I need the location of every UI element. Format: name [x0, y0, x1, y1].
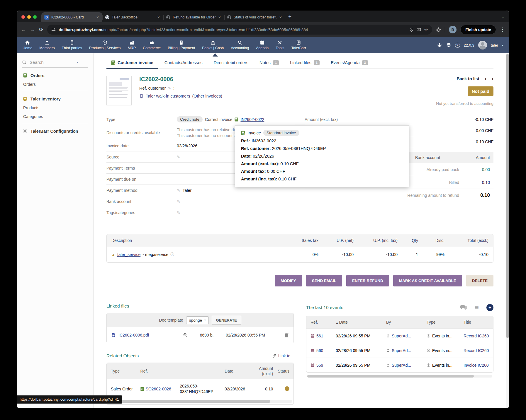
edit-pencil-icon[interactable]: ✎	[168, 86, 171, 91]
event-title-link[interactable]: Record IC2602-0006 modifie	[464, 348, 489, 353]
browser-tab[interactable]: Status of your order forrefund ×	[224, 12, 285, 22]
sidebar-search[interactable]: ▾	[22, 60, 88, 68]
tab-search-chevron-icon[interactable]: ⌄	[501, 15, 505, 19]
menu-billing-payment[interactable]: Billing | Payment	[168, 40, 195, 50]
event-title-link[interactable]: Invoice IC2602-0006 validate	[464, 363, 489, 368]
menu-mrp[interactable]: MRP	[128, 40, 136, 50]
thirdparty-link[interactable]: Taler walk-in customers	[146, 94, 190, 98]
mic-blocked-icon[interactable]	[409, 28, 414, 32]
new-tab-button[interactable]: +	[288, 13, 291, 20]
menu-third-parties[interactable]: Third parties	[62, 40, 82, 50]
events-date-sort[interactable]: ▲ Date	[336, 320, 386, 325]
extensions-puzzle-icon[interactable]	[436, 27, 441, 32]
list-view-icon[interactable]: ≡	[475, 303, 479, 312]
browser-menu-kebab-icon[interactable]: ⋮	[500, 26, 505, 33]
sidebar-item-products[interactable]: Products	[23, 105, 87, 110]
sales-order-link[interactable]: SO2602-0026	[146, 387, 171, 391]
forward-icon[interactable]: →	[30, 27, 35, 33]
link-to-link[interactable]: Link to...	[272, 354, 294, 358]
edit-pencil-icon[interactable]: ✎	[177, 210, 180, 215]
mark-credit-available-button[interactable]: MARK AS CREDIT AVAILABLE	[393, 275, 462, 286]
event-ref-link[interactable]: 561	[316, 334, 323, 338]
menu-home[interactable]: Home	[23, 40, 32, 50]
user-menu-caret-icon[interactable]: ▾	[502, 44, 503, 47]
tab-direct-debit-orders[interactable]: Direct debit orders	[209, 57, 253, 69]
invoice-thumbnail[interactable]	[106, 76, 132, 105]
browser-tab-active[interactable]: D IC2602-0006 - Card ×	[41, 12, 102, 22]
horizontal-scrollbar[interactable]	[108, 400, 292, 403]
install-icon[interactable]	[417, 28, 421, 32]
menu-talerbarr[interactable]: TalerBarr	[291, 40, 306, 50]
event-user-link[interactable]: SuperAd...	[392, 334, 411, 338]
preview-magnifier-icon[interactable]	[183, 333, 188, 337]
product-link[interactable]: taler_service	[117, 252, 140, 257]
address-bar[interactable]: dolibarr.potuzhnyi.com/compta/facture/ca…	[47, 25, 432, 35]
delete-button[interactable]: DELETE	[466, 275, 493, 286]
sidebar-item-talerbarr-config[interactable]: TalerBarr Configuration	[30, 129, 78, 134]
zoom-window-button[interactable]	[33, 15, 37, 19]
tab-contacts-addresses[interactable]: Contacts/Addresses	[160, 57, 207, 69]
close-tab-icon[interactable]: ×	[279, 15, 282, 20]
event-user-link[interactable]: SuperAd...	[392, 348, 411, 353]
menu-accounting[interactable]: Accounting	[231, 40, 249, 50]
generate-button[interactable]: GENERATE	[212, 316, 241, 325]
vertical-scrollbar[interactable]	[506, 53, 509, 408]
next-record-icon[interactable]: ›	[492, 76, 493, 81]
send-email-button[interactable]: SEND EMAIL	[306, 275, 342, 286]
browser-tab[interactable]: Refund available for Order to ×	[163, 12, 224, 22]
user-menu[interactable]: taler	[491, 43, 498, 47]
menu-agenda[interactable]: Agenda	[256, 40, 269, 50]
info-icon[interactable]: ⓘ	[170, 252, 174, 257]
site-info-icon[interactable]	[51, 28, 56, 32]
tooltip-invoice-link[interactable]: Invoice	[247, 131, 261, 135]
menu-commerce[interactable]: Commerce	[143, 40, 161, 50]
edit-pencil-icon[interactable]: ✎	[177, 199, 180, 204]
close-tab-icon[interactable]: ×	[218, 15, 221, 20]
search-caret-icon[interactable]: ▾	[77, 61, 78, 64]
help-icon[interactable]: ?	[455, 43, 460, 48]
enter-refund-button[interactable]: ENTER REFUND	[346, 275, 389, 286]
reload-icon[interactable]: ⟳	[39, 26, 43, 33]
browser-tab[interactable]: Taler Backoffice: ×	[102, 12, 163, 22]
print-icon[interactable]	[446, 42, 451, 48]
profile-avatar[interactable]: B	[449, 26, 457, 33]
previous-record-icon[interactable]: ‹	[485, 76, 486, 81]
event-user-link[interactable]: SuperAd...	[392, 363, 411, 368]
close-window-button[interactable]	[21, 15, 25, 19]
correct-invoice-link[interactable]: IN2602-0022	[240, 117, 264, 122]
minimize-window-button[interactable]	[27, 15, 31, 19]
sidebar-item-orders[interactable]: Orders	[23, 82, 87, 87]
user-avatar[interactable]	[478, 41, 487, 49]
menu-members[interactable]: Members	[39, 40, 55, 50]
search-input[interactable]	[30, 60, 74, 65]
add-event-button[interactable]: +	[486, 304, 493, 311]
menu-banks-cash[interactable]: Banks | Cash	[202, 40, 224, 50]
event-ref-link[interactable]: 559	[316, 363, 323, 368]
back-to-list-link[interactable]: Back to list	[457, 76, 479, 81]
messages-bubble-icon[interactable]	[460, 305, 467, 310]
window-controls[interactable]	[21, 15, 37, 19]
finish-update-button[interactable]: Finish update	[460, 25, 496, 34]
edit-pencil-icon[interactable]: ✎	[177, 155, 180, 159]
menu-tools[interactable]: Tools	[276, 40, 284, 50]
tab-customer-invoice[interactable]: $ Customer invoice	[106, 57, 158, 69]
other-invoices-link[interactable]: (Other invoices)	[192, 94, 222, 98]
edit-pencil-icon[interactable]: ✎	[177, 188, 180, 193]
tab-linked-files[interactable]: Linked files1	[285, 57, 324, 69]
bookmark-star-icon[interactable]: ☆	[424, 27, 428, 33]
horizontal-scrollbar[interactable]	[307, 375, 492, 378]
debug-bug-icon[interactable]	[437, 42, 442, 48]
tab-events-agenda[interactable]: Events/Agenda3	[326, 57, 373, 69]
trash-icon[interactable]	[284, 333, 289, 337]
modify-button[interactable]: MODIFY	[275, 275, 302, 286]
close-tab-icon[interactable]: ×	[96, 15, 99, 20]
tab-notes[interactable]: Notes1	[255, 57, 284, 69]
linked-file-link[interactable]: IC2602-0006.pdf	[118, 333, 180, 337]
doc-template-select[interactable]: sponge ▾	[186, 316, 209, 324]
back-icon[interactable]: ←	[21, 27, 26, 33]
menu-products-services[interactable]: Products | Services	[89, 40, 121, 50]
close-tab-icon[interactable]: ×	[157, 15, 160, 20]
sidebar-item-categories[interactable]: Categories	[23, 114, 87, 119]
event-ref-link[interactable]: 560	[316, 348, 323, 353]
event-title-link[interactable]: Record IC2602-0006 modifie	[464, 334, 489, 338]
